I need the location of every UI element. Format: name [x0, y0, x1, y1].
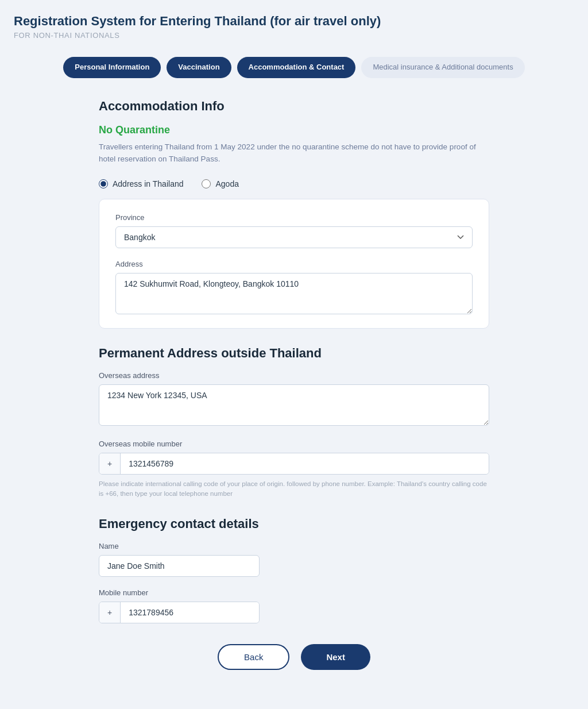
overseas-mobile-input[interactable] [121, 453, 489, 474]
province-select[interactable]: Bangkok [115, 226, 473, 248]
step-vaccination[interactable]: Vaccination [167, 57, 231, 78]
step-personal[interactable]: Personal Information [63, 57, 161, 78]
app-subtitle: FOR NON-THAI NATIONALS [14, 31, 574, 40]
radio-address-thailand-label: Address in Thailand [113, 179, 183, 188]
step-medical[interactable]: Medical insurance & Additional documents [361, 57, 524, 78]
quarantine-title: No Quarantine [99, 124, 489, 136]
emergency-mobile-prefix[interactable]: + [99, 602, 121, 623]
radio-address-thailand[interactable]: Address in Thailand [99, 179, 183, 188]
radio-agoda-input[interactable] [202, 179, 211, 188]
next-button[interactable]: Next [301, 644, 370, 670]
address-type-group: Address in Thailand Agoda [99, 179, 489, 188]
province-label: Province [115, 213, 473, 222]
app-title: Registration System for Entering Thailan… [14, 14, 574, 29]
overseas-mobile-label: Overseas mobile number [99, 440, 489, 448]
emergency-name-input[interactable] [99, 555, 260, 577]
overseas-mobile-hint: Please indicate international calling co… [99, 479, 489, 499]
back-button[interactable]: Back [218, 644, 289, 670]
steps-nav: Personal Information Vaccination Accommo… [14, 57, 574, 78]
accommodation-section-title: Accommodation Info [99, 99, 489, 114]
radio-agoda-label: Agoda [215, 179, 238, 188]
overseas-address-textarea[interactable]: 1234 New York 12345, USA [99, 384, 489, 426]
address-label: Address [115, 260, 473, 268]
step-accommodation[interactable]: Accommodation & Contact [237, 57, 356, 78]
permanent-section: Permanent Address outside Thailand Overs… [99, 346, 489, 499]
quarantine-desc: Travellers entering Thailand from 1 May … [99, 141, 489, 165]
overseas-address-label: Overseas address [99, 371, 489, 380]
address-textarea[interactable]: 142 Sukhumvit Road, Klongteoy, Bangkok 1… [115, 273, 473, 314]
emergency-mobile-row: + [99, 602, 260, 623]
form-buttons: Back Next [99, 644, 489, 670]
emergency-name-label: Name [99, 542, 489, 550]
overseas-mobile-row: + [99, 453, 489, 475]
emergency-section-title: Emergency contact details [99, 517, 489, 531]
emergency-section: Emergency contact details Name Mobile nu… [99, 517, 489, 623]
emergency-mobile-label: Mobile number [99, 588, 489, 597]
overseas-mobile-prefix[interactable]: + [99, 453, 121, 474]
emergency-mobile-input[interactable] [121, 602, 259, 623]
radio-agoda[interactable]: Agoda [202, 179, 238, 188]
accommodation-card: Province Bangkok Address 142 Sukhumvit R… [99, 199, 489, 329]
radio-address-thailand-input[interactable] [99, 179, 108, 188]
permanent-section-title: Permanent Address outside Thailand [99, 346, 489, 361]
